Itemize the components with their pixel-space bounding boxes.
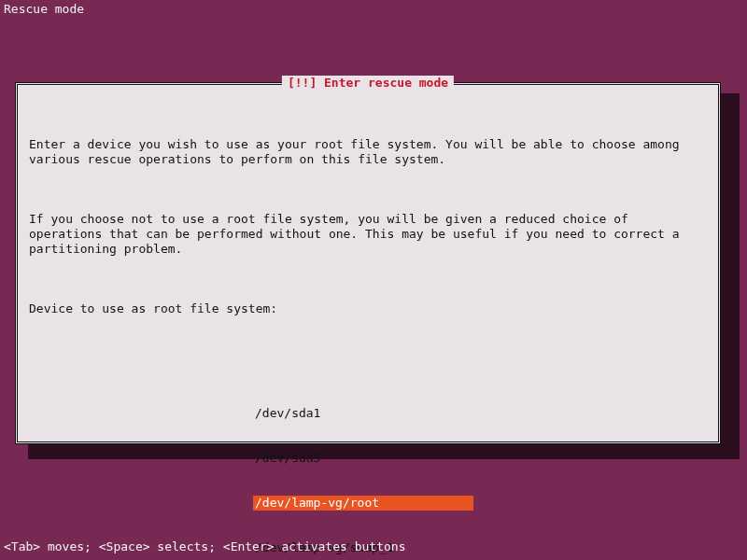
paragraph-1: Enter a device you wish to use as your r… — [29, 137, 707, 167]
dialog-body: Enter a device you wish to use as your r… — [18, 85, 718, 560]
device-option-lamp-root[interactable]: /dev/lamp-vg/root — [253, 496, 473, 511]
dialog-panel: [!!] Enter rescue mode Enter a device yo… — [15, 82, 721, 444]
device-prompt: Device to use as root file system: — [29, 301, 707, 316]
paragraph-2: If you choose not to use a root file sys… — [29, 212, 707, 257]
device-option-sda5[interactable]: /dev/sda5 — [253, 451, 473, 466]
device-list: /dev/sda1 /dev/sda5 /dev/lamp-vg/root /d… — [253, 376, 707, 560]
key-hint-bar: <Tab> moves; <Space> selects; <Enter> ac… — [4, 539, 405, 554]
screen-title: Rescue mode — [4, 2, 84, 17]
dialog-title: [!!] Enter rescue mode — [282, 76, 454, 91]
device-option-sda1[interactable]: /dev/sda1 — [253, 406, 473, 421]
